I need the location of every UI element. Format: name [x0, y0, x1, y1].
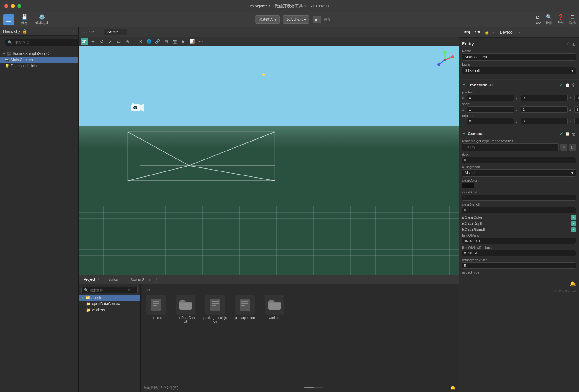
clear-depth-input[interactable]: [462, 195, 576, 201]
tab-scene-setting[interactable]: Scene Setting ⋮: [127, 276, 162, 283]
scene-setting-tab-menu[interactable]: ⋮: [155, 278, 158, 282]
mode-dropdown[interactable]: 普通进入 ▾: [255, 15, 280, 24]
fov-input[interactable]: [462, 238, 576, 244]
devtool-menu-icon[interactable]: ⋮: [518, 30, 522, 35]
folder-assets-item[interactable]: ▼ 📁 assets: [79, 295, 140, 301]
global-btn[interactable]: 🌐: [145, 38, 153, 45]
mode-3d-btn[interactable]: 3D: [81, 38, 88, 45]
snap-btn[interactable]: 🔗: [154, 38, 161, 45]
scale-z-input[interactable]: [574, 106, 579, 113]
clear-color-swatch[interactable]: [462, 183, 474, 188]
tab-game-menu[interactable]: ⋮: [95, 30, 99, 34]
minimize-button[interactable]: [11, 4, 15, 8]
depth-input[interactable]: [462, 157, 576, 163]
window-controls[interactable]: [4, 4, 21, 8]
entity-enable-checkbox[interactable]: ✓: [566, 41, 570, 47]
inspector-lock-icon[interactable]: 🔒: [485, 30, 489, 35]
project-tab-menu[interactable]: ⋮: [96, 277, 100, 282]
zoom-out-icon[interactable]: -: [302, 386, 304, 390]
clear-stencil-input[interactable]: [462, 207, 576, 213]
main-camera-item[interactable]: 📷 Main Camera: [0, 57, 78, 63]
camera-delete[interactable]: 🗑: [572, 131, 576, 136]
asset-folder-icon: [265, 295, 284, 315]
tab-game[interactable]: Game ⋮: [80, 29, 103, 35]
rotation-z-input[interactable]: [574, 118, 579, 124]
ortho-size-input[interactable]: [462, 262, 576, 269]
copy-icon[interactable]: 📋: [565, 132, 570, 136]
transform-rotate-btn[interactable]: ↺: [98, 38, 105, 45]
transform3d-enable[interactable]: ✓: [559, 82, 563, 88]
display-dropdown[interactable]: 2d/3d演示 ▾: [283, 15, 309, 24]
more-btn[interactable]: ⋯: [197, 38, 204, 45]
asset-intro-md[interactable]: intro.md: [144, 295, 168, 323]
scale-y-input[interactable]: [521, 106, 568, 113]
transform-move-btn[interactable]: ✛: [89, 38, 97, 45]
transform3d-delete[interactable]: 🗑: [572, 83, 576, 88]
grid-btn[interactable]: ⊞: [162, 38, 170, 45]
layer-field-row: Layer 0-Default ▾: [462, 63, 576, 74]
inspector-menu-icon[interactable]: ⋮: [492, 30, 495, 35]
is-clear-depth-checkbox[interactable]: ✓: [571, 221, 576, 226]
play-scene-btn[interactable]: ▶: [180, 38, 187, 45]
clear-icon[interactable]: ✕: [73, 40, 76, 45]
notice-tab-menu[interactable]: ⋮: [119, 278, 123, 282]
tab-project[interactable]: Project ⋮: [80, 276, 104, 283]
folder-openDataContext-item[interactable]: 📁 openDataContext: [79, 301, 140, 307]
maximize-button[interactable]: [17, 4, 21, 8]
transform3d-header[interactable]: ▼ Transform3D ✓ 📋 🗑: [462, 82, 576, 88]
directional-light-item[interactable]: 💡 Directional Light: [0, 63, 78, 69]
tab-scene[interactable]: Scene ⋮: [104, 29, 127, 35]
asset-workers[interactable]: workers: [262, 295, 287, 323]
fov-radians-input[interactable]: [462, 250, 576, 256]
entity-delete-button[interactable]: 🗑: [572, 41, 576, 46]
close-button[interactable]: [4, 4, 8, 8]
transform-rect-btn[interactable]: ▭: [115, 38, 123, 45]
search-button[interactable]: 🔍 搜索: [546, 14, 552, 25]
is-clear-color-checkbox[interactable]: ✓: [571, 215, 576, 220]
camera-enable[interactable]: ✓: [559, 131, 563, 137]
asset-openDataContext[interactable]: openDataContext: [173, 295, 198, 323]
save-button[interactable]: 💾 保存: [19, 13, 30, 27]
hierarchy-menu-icon[interactable]: ⋮: [71, 29, 75, 34]
detail-button[interactable]: ☰ 详情: [569, 14, 576, 25]
file-list-icon[interactable]: ☰: [132, 288, 135, 292]
scene-root-item[interactable]: ▼ 🎬 Scene<SampleScene>: [0, 51, 78, 57]
position-z-input[interactable]: [574, 95, 579, 101]
pivot-btn[interactable]: ⦿: [136, 38, 144, 45]
file-refresh-icon[interactable]: ↺: [128, 288, 131, 292]
camera-btn[interactable]: 📷: [171, 38, 178, 45]
scale-x-input[interactable]: [467, 106, 514, 113]
position-y-input[interactable]: [521, 95, 568, 101]
build-button[interactable]: ⚙️ 编译构建: [33, 13, 51, 27]
name-label: Name: [462, 49, 576, 53]
play-button[interactable]: ▶: [313, 16, 321, 23]
hierarchy-search-input[interactable]: [14, 40, 71, 45]
render-target-clear-btn[interactable]: ○: [560, 144, 567, 151]
file-search-input[interactable]: [90, 288, 127, 292]
name-value[interactable]: Main Camera: [462, 53, 576, 61]
asset-package-json[interactable]: package.json: [233, 295, 257, 323]
rotation-y-input[interactable]: [521, 118, 568, 124]
is-clear-stencil-checkbox[interactable]: ✓: [571, 227, 576, 232]
camera-header[interactable]: ▼ Camera ✓ 📋 🗑: [462, 131, 576, 137]
dev-button[interactable]: 🖥 Dev: [535, 15, 541, 25]
folder-workers-item[interactable]: 📁 workers: [79, 307, 140, 313]
rotation-label: rotation: [462, 114, 576, 118]
asset-package-lock[interactable]: package-lock.json: [203, 295, 228, 323]
transform-scale-btn[interactable]: ⤢: [107, 38, 114, 45]
tab-notice[interactable]: Notice ⋮: [104, 276, 127, 283]
zoom-in-icon[interactable]: +: [324, 386, 326, 390]
position-x-input[interactable]: [467, 95, 514, 101]
copy-icon[interactable]: 📋: [565, 83, 570, 87]
rotation-x-input[interactable]: [467, 118, 514, 124]
culling-mask-select[interactable]: Mixed... ▾: [462, 169, 576, 177]
render-target-select-btn[interactable]: ◫: [569, 144, 576, 151]
stats-btn[interactable]: 📊: [188, 38, 196, 45]
tab-scene-menu[interactable]: ⋮: [119, 30, 123, 34]
help-button[interactable]: ❓ 帮助: [557, 14, 564, 25]
viewport[interactable]: ✦: [79, 46, 459, 275]
layer-select[interactable]: 0-Default ▾: [462, 67, 576, 74]
tab-devtool[interactable]: Devtool: [498, 29, 515, 35]
tab-inspector[interactable]: Inspector: [462, 29, 482, 35]
transform-all-btn[interactable]: ⊕: [124, 38, 131, 45]
